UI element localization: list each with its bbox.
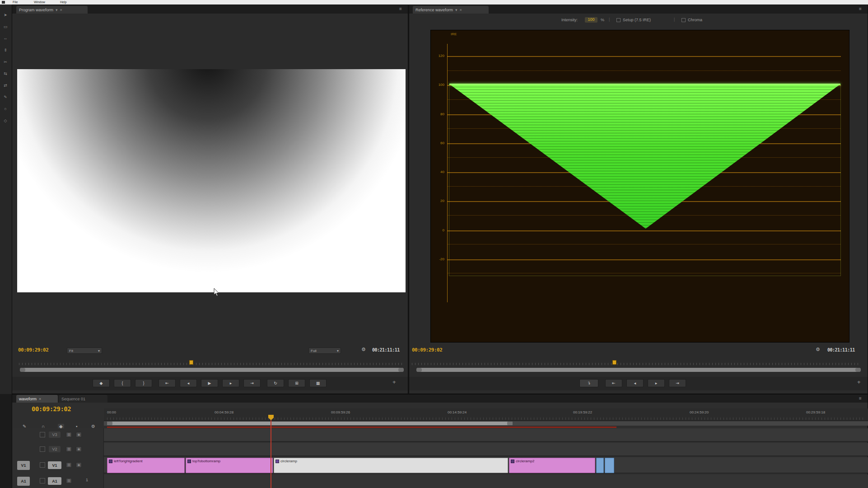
play-button[interactable]: ▶ <box>201 379 218 387</box>
panel-menu-icon[interactable]: ≡ <box>399 6 402 11</box>
wrench-icon[interactable]: ⚙ <box>816 347 820 352</box>
razor-tool[interactable]: ✂ <box>0 60 11 64</box>
program-tab-label: Program waveform <box>19 8 53 12</box>
target-track-badge-v1[interactable]: V1 <box>17 461 30 470</box>
clip-small-blue-1[interactable] <box>596 458 604 473</box>
track-lock-toggle[interactable] <box>40 462 45 468</box>
mark-in-button[interactable]: { <box>114 379 131 387</box>
jump-to-icon: ↴ <box>587 381 591 385</box>
program-playhead-marker[interactable] <box>189 360 193 365</box>
program-resolution-select[interactable]: Full ▾ <box>308 347 341 354</box>
work-area-end-handle[interactable] <box>507 422 513 425</box>
track-style-toggle[interactable]: ◉ <box>76 432 82 437</box>
slip-tool[interactable]: ⇆ <box>0 71 11 76</box>
reference-current-timecode[interactable]: 00:09:29:02 <box>412 347 442 353</box>
clip-small-blue-2[interactable] <box>605 458 614 473</box>
reference-horizontal-scrollbar[interactable] <box>416 368 861 372</box>
scope-tick-label: 20 <box>431 199 444 203</box>
close-icon[interactable]: × <box>460 8 462 12</box>
chevron-down-icon[interactable]: ▾ <box>455 8 457 12</box>
setup-label[interactable]: Setup (7.5 IRE) <box>623 18 651 22</box>
add-panel-button[interactable]: + <box>857 379 861 385</box>
step-back-button[interactable]: ◂ <box>180 379 197 387</box>
intensity-value[interactable]: 100 <box>585 17 597 23</box>
program-zoom-select[interactable]: Fit ▾ <box>67 347 102 354</box>
work-area-bar[interactable] <box>107 422 513 425</box>
add-marker-button[interactable]: ◆ <box>93 379 110 387</box>
panel-menu-icon[interactable]: ≡ <box>859 396 862 401</box>
reference-playhead-marker[interactable] <box>612 360 616 365</box>
close-icon[interactable]: × <box>60 8 62 12</box>
selection-tool[interactable]: ➤ <box>0 13 11 17</box>
track-name-a1[interactable]: A1 <box>48 477 61 485</box>
mouse-cursor <box>214 288 220 296</box>
timeline-current-timecode[interactable]: 00:09:29:02 <box>32 405 71 413</box>
track-lock-toggle[interactable] <box>40 478 45 483</box>
rolling-edit-tool[interactable]: ⇕ <box>0 48 11 52</box>
jump-to-program-button[interactable]: ↴ <box>579 379 598 387</box>
clip-toptobottomramp[interactable]: topTobottomramp <box>186 458 273 473</box>
zoom-tool[interactable]: ◇ <box>0 118 11 123</box>
go-to-out-button[interactable]: ⇥ <box>669 379 686 387</box>
mark-out-button[interactable]: } <box>135 379 152 387</box>
go-to-in-button[interactable]: ⇤ <box>159 379 176 387</box>
track-name-v1[interactable]: V1 <box>48 461 61 469</box>
scrollbar-left-cap[interactable] <box>20 368 25 372</box>
track-name-v2[interactable]: V2 <box>49 446 61 452</box>
output-button[interactable]: ▦ <box>309 379 327 387</box>
track-output-toggle[interactable]: ▥ <box>66 478 72 483</box>
slide-tool[interactable]: ⇄ <box>0 83 11 88</box>
program-mini-ruler[interactable] <box>19 363 405 365</box>
setup-checkbox[interactable] <box>616 18 621 22</box>
playhead-line[interactable] <box>271 420 271 488</box>
track-style-toggle[interactable]: ◉ <box>76 462 82 468</box>
wrench-icon[interactable]: ⚙ <box>361 347 366 352</box>
ripple-edit-tool[interactable]: ⇔ <box>0 36 11 41</box>
timeline-ruler[interactable]: 00:00 00:04:59:28 00:09:59:26 00:14:59:2… <box>104 408 868 421</box>
clip-lefttorightgradient[interactable]: leftTorightgradient <box>107 458 185 473</box>
add-panel-button[interactable]: + <box>392 379 396 385</box>
go-to-out-button[interactable]: ⇥ <box>243 379 261 387</box>
track-row-v3 <box>104 428 868 442</box>
timeline-tab-waveform[interactable]: waveform × <box>16 395 58 403</box>
go-to-in-button[interactable]: ⇤ <box>605 379 622 387</box>
scope-tick-label: 80 <box>431 112 444 116</box>
timeline-tab-sequence01[interactable]: Sequence 01 <box>59 395 107 403</box>
track-style-toggle[interactable]: ◉ <box>76 446 82 452</box>
work-area-start-handle[interactable] <box>107 422 112 425</box>
program-current-timecode[interactable]: 00:09:29:02 <box>18 347 48 353</box>
scrollbar-right-cap[interactable] <box>398 368 404 372</box>
track-output-toggle[interactable]: ▥ <box>66 446 72 452</box>
close-icon[interactable]: × <box>39 397 41 401</box>
clip-circleramp2[interactable]: circleramp2 <box>509 458 595 473</box>
target-track-badge-a1[interactable]: A1 <box>17 477 30 486</box>
hand-tool[interactable]: ○ <box>0 107 11 111</box>
track-lock-toggle[interactable] <box>40 446 45 452</box>
panel-menu-icon[interactable]: ≡ <box>859 6 862 11</box>
chroma-label[interactable]: Chroma <box>688 18 702 22</box>
program-tab[interactable]: Program waveform ▾ × <box>16 6 88 14</box>
track-select-tool[interactable]: ▭ <box>0 24 11 29</box>
menu-item-file[interactable]: File <box>13 0 18 4</box>
menu-item-window[interactable]: Window <box>34 0 45 4</box>
safe-margins-icon: ⊞ <box>295 381 299 385</box>
reference-mini-ruler[interactable] <box>412 363 861 365</box>
menu-item-help[interactable]: Help <box>60 0 66 4</box>
step-forward-button[interactable]: ▸ <box>648 379 665 387</box>
track-name-v3[interactable]: V3 <box>49 432 61 438</box>
scrollbar-left-cap[interactable] <box>416 368 422 372</box>
step-back-button[interactable]: ◂ <box>626 379 644 387</box>
track-output-toggle[interactable]: ▥ <box>66 432 72 437</box>
track-lock-toggle[interactable] <box>40 432 45 437</box>
reference-tab[interactable]: Reference waveform ▾ × <box>413 6 489 14</box>
chroma-checkbox[interactable] <box>681 18 686 22</box>
pen-tool[interactable]: ✎ <box>0 95 11 99</box>
chevron-down-icon[interactable]: ▾ <box>56 8 58 12</box>
track-output-toggle[interactable]: ▥ <box>66 462 72 468</box>
step-forward-button[interactable]: ▸ <box>222 379 239 387</box>
scrollbar-right-cap[interactable] <box>855 368 861 372</box>
program-horizontal-scrollbar[interactable] <box>20 368 404 372</box>
safe-margins-button[interactable]: ⊞ <box>288 379 305 387</box>
clip-circleramp[interactable]: circleramp <box>274 458 508 473</box>
loop-button[interactable]: ↻ <box>267 379 284 387</box>
